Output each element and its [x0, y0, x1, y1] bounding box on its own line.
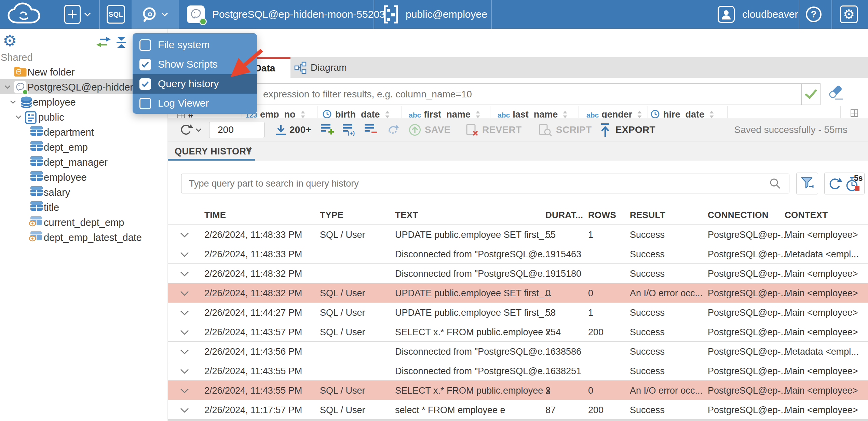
cell-duration: 1915463	[545, 249, 581, 260]
tree-node-department[interactable]: department	[0, 124, 167, 139]
tree-expand-chevron-icon[interactable]	[10, 99, 16, 106]
column-header-result[interactable]: RESULT	[630, 210, 665, 220]
history-row[interactable]: 2/26/2024, 11:48:32 PMSQL / UserUPDATE p…	[168, 283, 868, 303]
grid-column-birth_date[interactable]: birth_date	[322, 109, 390, 118]
column-header-text[interactable]: TEXT	[395, 210, 418, 220]
column-header-time[interactable]: TIME	[204, 210, 226, 220]
refresh-document-icon[interactable]	[386, 123, 400, 138]
sql-editor-button[interactable]: SQL	[107, 0, 125, 29]
connection-selector[interactable]: PostgreSQL@ep-hidden-moon-55203	[187, 0, 385, 29]
history-refresh-icon[interactable]	[828, 177, 842, 193]
grid-column-first_name[interactable]: abcfirst_name	[409, 109, 480, 118]
apply-filter-button[interactable]	[802, 83, 820, 105]
save-button[interactable]: SAVE	[425, 124, 450, 135]
tree-node-dept-manager[interactable]: dept_manager	[0, 154, 167, 169]
tree-node-employee[interactable]: employee	[0, 169, 167, 185]
column-header-rows[interactable]: ROWS	[588, 210, 616, 220]
collapse-all-icon[interactable]	[115, 36, 128, 50]
cell-result: Success	[630, 347, 665, 357]
tree-expand-chevron-icon[interactable]	[4, 84, 11, 91]
filter-expression-input[interactable]	[173, 83, 802, 105]
tree-node-dept-emp-latest-date[interactable]: dept_emp_latest_date	[0, 230, 167, 245]
expand-row-chevron-icon[interactable]	[180, 349, 189, 356]
tab-diagram[interactable]: Diagram	[294, 57, 347, 78]
export-button[interactable]: EXPORT	[615, 124, 655, 135]
sync-connection-icon[interactable]	[96, 36, 111, 49]
refresh-options-chevron-icon[interactable]	[195, 128, 202, 133]
sort-icon[interactable]	[562, 114, 568, 118]
column-header-context[interactable]: CONTEXT	[785, 210, 828, 220]
column-header-connection[interactable]: CONNECTION	[708, 210, 769, 220]
menu-item-show-scripts[interactable]: Show Scripts	[133, 55, 257, 74]
column-header-durat[interactable]: DURAT...	[545, 210, 583, 220]
table-bottom-scroll-strip[interactable]	[168, 420, 868, 421]
help-button[interactable]: ?	[806, 0, 822, 29]
expand-row-chevron-icon[interactable]	[180, 291, 189, 297]
history-row[interactable]: 2/26/2024, 11:48:33 PMDisconnected from …	[168, 244, 868, 264]
column-config-grid-icon[interactable]	[851, 109, 858, 118]
sort-icon[interactable]	[300, 114, 306, 118]
save-icon[interactable]	[408, 123, 421, 138]
grid-column-gender[interactable]: abcgender	[586, 109, 642, 118]
tree-node-label: employee	[44, 172, 87, 183]
delete-row-icon[interactable]	[365, 123, 378, 137]
grid-column-hire_date[interactable]: hire_date	[650, 109, 714, 118]
settings-button[interactable]: ⚙	[840, 0, 858, 29]
menu-item-query-history[interactable]: Query history	[133, 74, 257, 94]
expand-row-chevron-icon[interactable]	[180, 369, 189, 375]
history-filter-button[interactable]	[796, 173, 818, 194]
menu-item-log-viewer[interactable]: Log Viewer	[133, 94, 257, 113]
tree-node-current-dept-emp[interactable]: current_dept_emp	[0, 215, 167, 230]
expand-row-chevron-icon[interactable]	[180, 232, 189, 239]
cell-type: SQL / User	[320, 288, 365, 299]
history-row[interactable]: 2/26/2024, 11:43:55 PMDisconnected from …	[168, 361, 868, 381]
fetch-more-icon[interactable]	[274, 124, 287, 138]
sort-icon[interactable]	[637, 114, 642, 118]
expand-row-chevron-icon[interactable]	[180, 310, 189, 317]
cloudbeaver-app: SQL PostgreSQL@ep-hidden-moon-55203	[0, 0, 868, 421]
history-row[interactable]: 2/26/2024, 11:43:56 PMDisconnected from …	[168, 342, 868, 361]
clear-filter-eraser-icon[interactable]	[827, 85, 844, 103]
tree-expand-chevron-icon[interactable]	[15, 114, 22, 121]
expand-row-chevron-icon[interactable]	[180, 408, 189, 414]
tree-node-title[interactable]: title	[0, 200, 167, 215]
sort-icon[interactable]	[385, 114, 390, 118]
export-icon[interactable]	[599, 123, 611, 138]
revert-icon[interactable]	[466, 123, 479, 138]
history-row[interactable]: 2/26/2024, 11:44:27 PMSQL / UserUPDATE p…	[168, 303, 868, 322]
history-row[interactable]: 2/26/2024, 11:17:57 PMSQL / Userselect *…	[168, 400, 868, 420]
script-icon[interactable]	[539, 123, 552, 138]
tab-query-history[interactable]: QUERY HISTORY ×	[168, 141, 255, 161]
sort-icon[interactable]	[709, 114, 714, 118]
cell-rows: 1	[588, 230, 593, 240]
expand-row-chevron-icon[interactable]	[180, 330, 189, 336]
user-menu[interactable]: cloudbeaver	[718, 0, 798, 29]
expand-row-chevron-icon[interactable]	[180, 252, 189, 258]
row-limit-input[interactable]	[209, 122, 265, 138]
menu-item-file-system[interactable]: File system	[133, 35, 257, 55]
add-row-icon[interactable]	[321, 123, 335, 137]
schema-selector[interactable]: public@employee	[383, 0, 487, 29]
navigator-settings-gear-icon[interactable]: ⚙	[3, 33, 17, 49]
expand-row-chevron-icon[interactable]	[180, 271, 189, 278]
expand-row-chevron-icon[interactable]	[180, 388, 189, 395]
history-row[interactable]: 2/26/2024, 11:43:57 PMSQL / UserSELECT x…	[168, 322, 868, 342]
history-row[interactable]: 2/26/2024, 11:48:33 PMSQL / UserUPDATE p…	[168, 225, 868, 244]
sort-icon[interactable]	[475, 114, 480, 118]
tree-node-dept-emp[interactable]: dept_emp	[0, 139, 167, 154]
script-button[interactable]: SCRIPT	[556, 124, 592, 135]
duplicate-row-icon[interactable]: (+)	[343, 123, 357, 137]
grid-column-last_name[interactable]: abclast_name	[498, 109, 568, 118]
fetch-more-label[interactable]: 200+	[289, 124, 311, 135]
history-row[interactable]: 2/26/2024, 11:43:55 PMSQL / UserSELECT x…	[168, 381, 868, 400]
refresh-icon[interactable]	[179, 123, 193, 138]
column-header-type[interactable]: TYPE	[320, 210, 343, 220]
tools-menu-button[interactable]	[132, 0, 179, 29]
revert-button[interactable]: REVERT	[482, 124, 521, 135]
query-history-search-input[interactable]	[181, 174, 789, 193]
tree-node-salary[interactable]: salary	[0, 185, 167, 200]
cell-time: 2/26/2024, 11:48:33 PM	[204, 230, 302, 240]
history-row[interactable]: 2/26/2024, 11:48:32 PMDisconnected from …	[168, 264, 868, 283]
close-icon[interactable]: ×	[246, 144, 252, 155]
new-object-button[interactable]	[64, 0, 92, 29]
